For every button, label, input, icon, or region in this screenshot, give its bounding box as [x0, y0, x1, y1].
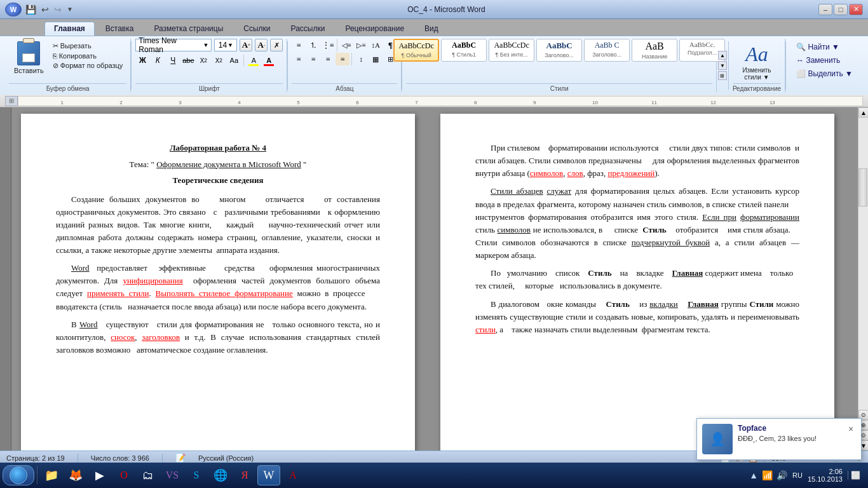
strikethrough-button[interactable]: abe — [181, 53, 195, 67]
style-heading1[interactable]: AaBbC Заголово... — [536, 39, 582, 62]
numbering-button[interactable]: ⒈ — [306, 39, 320, 51]
notif-message: ÐÐÐ¸, Cem, 23 likes you! — [738, 435, 841, 442]
tray-volume[interactable]: 🔊 — [776, 470, 787, 480]
notif-close-button[interactable]: × — [846, 424, 856, 434]
increase-font-btn[interactable]: A+ — [240, 39, 252, 51]
tab-pagelayout[interactable]: Разметка страницы — [144, 22, 233, 36]
tab-mailings[interactable]: Рассылки — [281, 22, 335, 36]
taskbar-firefox[interactable]: 🦊 — [64, 465, 87, 485]
italic-button[interactable]: К — [151, 53, 165, 67]
font-group-label: Шрифт — [135, 83, 283, 92]
taskbar-explorer[interactable]: 📁 — [40, 465, 63, 485]
redo-quick-btn[interactable]: ↪ — [53, 4, 63, 15]
rp2-styles-ul: Стили абзацев — [491, 186, 543, 196]
font-name-dropdown[interactable]: Times New Roman ▼ — [135, 39, 212, 51]
paste-label: Вставить — [14, 67, 44, 74]
taskbar-word[interactable]: W — [257, 465, 280, 485]
styles-expand[interactable]: ⊞ — [718, 71, 727, 80]
tray-arrow[interactable]: ▲ — [749, 470, 758, 480]
styles-scroll-down[interactable]: ▼ — [718, 61, 727, 70]
replace-button[interactable]: ↔ Заменить — [790, 55, 859, 66]
highlight-button[interactable]: A — [247, 53, 261, 67]
style-title[interactable]: AaB Название — [632, 39, 677, 62]
taskbar-opera[interactable]: O — [112, 465, 135, 485]
change-case-button[interactable]: Aa — [227, 53, 241, 67]
copy-button[interactable]: ⎘ Копировать — [50, 51, 126, 60]
style-1[interactable]: AaBbC ¶ Стиль1 — [441, 39, 487, 62]
maximize-button[interactable]: □ — [834, 4, 848, 15]
style-normal[interactable]: AaBbCcDc ¶ Обычный — [393, 39, 439, 62]
font-size-dropdown[interactable]: 14 ▼ — [214, 39, 237, 51]
align-center-btn[interactable]: ≡ — [306, 53, 320, 65]
font-name-arrow[interactable]: ▼ — [203, 42, 208, 48]
bold-button[interactable]: Ж — [135, 53, 149, 67]
align-right-btn[interactable]: ≡ — [321, 53, 335, 65]
styles-scroll-area: ▲ ▼ ⊞ — [717, 39, 728, 92]
taskbar-acrobat[interactable]: A — [281, 465, 304, 485]
start-button[interactable] — [3, 465, 34, 485]
show-desktop-btn[interactable]: ⬜ — [848, 471, 860, 480]
taskbar-media[interactable]: ▶ — [88, 465, 111, 485]
doc-scroll-area[interactable]: Лабораторная работа № 4 Тема: " Оформлен… — [11, 107, 858, 451]
minimize-button[interactable]: – — [818, 4, 832, 15]
tab-insert[interactable]: Вставка — [96, 22, 144, 36]
decrease-font-btn[interactable]: A- — [255, 39, 268, 51]
language-info[interactable]: Русский (Россия) — [198, 454, 254, 462]
taskbar-yandex[interactable]: Я — [233, 465, 256, 485]
superscript-button[interactable]: X2 — [212, 53, 226, 67]
rp4-tab-ul: вкладки — [649, 299, 678, 309]
para-1: Создание больших документов во многом от… — [56, 193, 380, 257]
tab-view[interactable]: Вид — [415, 22, 448, 36]
undo-quick-btn[interactable]: ↩ — [40, 4, 50, 15]
vertical-scrollbar[interactable]: ▲ ⊙ ⊚ ⊙ ▼ — [858, 107, 868, 451]
sort-btn[interactable]: ↕A — [369, 39, 383, 51]
paste-button[interactable]: Вставить — [9, 39, 49, 82]
save-quick-btn[interactable]: 💾 — [24, 4, 37, 15]
clipboard-label: Буфер обмена — [9, 83, 126, 92]
cut-button[interactable]: ✂ Вырезать — [50, 41, 126, 51]
tab-references[interactable]: Ссылки — [234, 22, 280, 36]
tab-review[interactable]: Рецензирование — [336, 22, 414, 36]
styles-scroll-up[interactable]: ▲ — [718, 51, 727, 60]
taskbar-vs[interactable]: VS — [161, 465, 184, 485]
word-underline-2: Word — [79, 320, 98, 329]
subscript-button[interactable]: X2 — [196, 53, 210, 67]
select-button[interactable]: ⬜ Выделить ▼ — [790, 68, 859, 79]
notification-popup: 👤 Topface ÐÐÐ¸, Cem, 23 likes you! × — [696, 418, 862, 460]
tray-language[interactable]: RU — [792, 471, 803, 479]
increase-indent-btn[interactable]: ▷≡ — [354, 39, 368, 51]
close-button[interactable]: ✕ — [849, 4, 863, 15]
customize-quick-btn[interactable]: ▼ — [65, 6, 74, 13]
spellcheck-icon[interactable]: 📝 — [175, 453, 186, 463]
taskbar-folder[interactable]: 🗂 — [137, 465, 159, 485]
shading-btn[interactable]: ▦ — [369, 53, 383, 65]
unify-underline: унифицирования — [123, 276, 182, 285]
ruler-corner[interactable]: ⊞ — [5, 96, 18, 106]
taskbar-chrome[interactable]: 🌐 — [209, 465, 232, 485]
office-button[interactable]: W — [5, 3, 22, 17]
decrease-indent-btn[interactable]: ◁≡ — [339, 39, 353, 51]
change-styles-label: Изменить — [742, 67, 771, 74]
font-color-button[interactable]: A — [262, 53, 276, 67]
underline-button[interactable]: Ч — [166, 53, 180, 67]
tray-network[interactable]: 📶 — [762, 470, 773, 480]
taskbar-skype[interactable]: S — [185, 465, 208, 485]
scroll-up-arrow[interactable]: ▲ — [858, 107, 868, 118]
find-button[interactable]: 🔍 Найти ▼ — [790, 41, 859, 53]
tray-icons: ▲ 📶 🔊 — [749, 470, 787, 480]
change-styles-button[interactable]: Aa Изменить стили ▼ — [738, 39, 775, 83]
scroll-thumb[interactable] — [858, 168, 867, 207]
multilevel-button[interactable]: ⋮≡ — [321, 39, 335, 51]
align-justify-btn[interactable]: ≡ — [336, 53, 349, 65]
format-copy-button[interactable]: ⊘ Формат по образцу — [50, 61, 126, 71]
align-left-btn[interactable]: ≡ — [292, 53, 306, 65]
scroll-track[interactable] — [858, 118, 868, 410]
line-spacing-btn[interactable]: ↕ — [354, 53, 368, 65]
style-heading2[interactable]: AaBb C Заголово... — [584, 39, 630, 62]
perform-underline: Выполнять стилевое форматирование — [156, 288, 293, 298]
style-1-preview: AaBbC — [444, 41, 484, 50]
tab-home[interactable]: Главная — [44, 22, 95, 36]
clear-format-btn[interactable]: ✗ — [270, 39, 283, 51]
bullets-button[interactable]: ≡ — [292, 39, 306, 51]
style-no-intensity[interactable]: AaBbCcDc ¶ Без инте... — [489, 39, 534, 62]
